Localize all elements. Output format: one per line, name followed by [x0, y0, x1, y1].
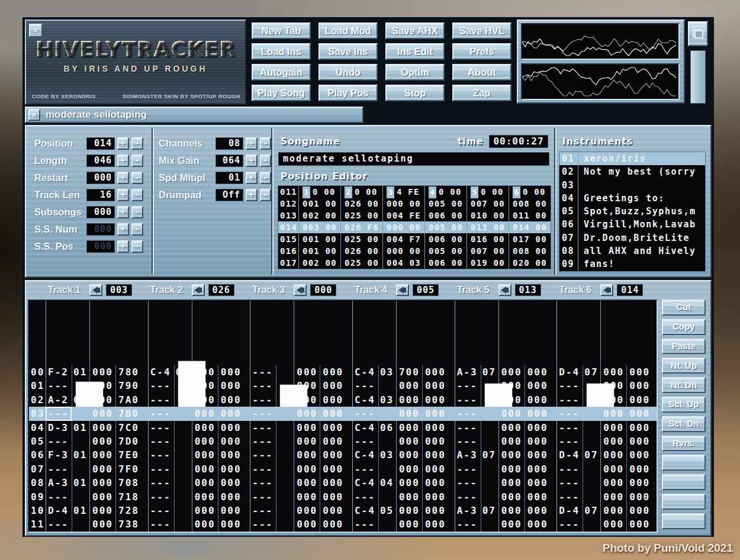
toolbar-button-play-song[interactable]: Play Song [252, 85, 311, 101]
note-cell[interactable]: --- [148, 517, 174, 531]
nt-dn-button[interactable]: Nt. Dn [662, 377, 706, 393]
instrument-cell[interactable] [583, 517, 600, 531]
fx1-cell[interactable]: 000 [396, 393, 422, 407]
position-cell-ch3[interactable]: 004 03 [382, 257, 424, 269]
copy-button[interactable]: Copy [662, 319, 706, 335]
fx2-cell[interactable]: 000 [218, 490, 244, 504]
position-cell-ch5[interactable]: 019 00 [466, 257, 509, 269]
position-increment-button[interactable]: + [117, 137, 129, 150]
note-cell[interactable]: --- [352, 462, 378, 476]
position-cell-ch1[interactable]: 001 00 [298, 245, 340, 257]
fx2-cell[interactable]: 780 [115, 365, 141, 379]
note-cell[interactable]: C-4 [148, 365, 174, 379]
fx2-cell[interactable]: 000 [218, 517, 244, 531]
mix-gain-value[interactable]: 064 [215, 155, 243, 167]
instrument-cell[interactable] [72, 490, 89, 504]
fx2-cell[interactable]: 000 [320, 490, 346, 504]
fx2-cell[interactable]: 000 [218, 407, 244, 420]
note-cell[interactable]: --- [250, 435, 276, 448]
fx1-cell[interactable]: 000 [89, 504, 115, 517]
position-cell-ch6[interactable]: 014 00 [509, 221, 551, 233]
fx1-cell[interactable]: 000 [294, 504, 320, 517]
track-6-number-display[interactable]: 014 [617, 284, 643, 296]
instrument-row-09[interactable]: 09fans! [559, 258, 705, 271]
position-cell-ch6[interactable]: 020 00 [509, 257, 551, 269]
instrument-cell[interactable] [481, 407, 498, 420]
fx2-cell[interactable]: 000 [525, 379, 551, 392]
fx1-cell[interactable]: 000 [192, 462, 218, 476]
pattern-row-09[interactable]: 09---000718---000000---000000---000000--… [29, 490, 657, 504]
instrument-cell[interactable]: 03 [378, 393, 396, 407]
rvrs-button[interactable]: Rvrs. [662, 436, 706, 452]
length-decrement-button[interactable]: - [131, 155, 143, 167]
instrument-cell[interactable] [276, 517, 294, 531]
fx1-cell[interactable]: 000 [294, 476, 320, 490]
note-cell[interactable]: --- [352, 490, 378, 504]
instrument-row-02[interactable]: 02Not my best (sorry [559, 165, 705, 178]
position-cell-ch1[interactable]: 001 00 [298, 198, 340, 210]
instrument-cell[interactable] [174, 448, 192, 462]
position-cell-ch2[interactable]: 026 F6 [340, 221, 382, 233]
instrument-cell[interactable]: 07 [583, 448, 600, 462]
note-cell[interactable]: --- [250, 462, 276, 476]
instrument-row-03[interactable]: 03 [559, 179, 705, 192]
pattern-row-01[interactable]: 01---000790---000000---000000---000000--… [29, 379, 657, 392]
instrument-cell[interactable] [174, 462, 192, 476]
note-cell[interactable]: --- [148, 448, 174, 462]
fx2-cell[interactable]: 000 [422, 435, 448, 448]
fx1-cell[interactable]: 000 [600, 407, 626, 420]
fx1-cell[interactable]: 000 [498, 476, 525, 490]
note-cell[interactable]: --- [148, 435, 174, 448]
fx2-cell[interactable]: 000 [626, 448, 652, 462]
fx1-cell[interactable]: 000 [89, 490, 115, 504]
instrument-cell[interactable] [72, 435, 89, 448]
instrument-cell[interactable] [378, 379, 396, 392]
track-2-mute-button[interactable] [192, 284, 205, 296]
note-cell[interactable]: --- [556, 462, 583, 476]
note-cell[interactable]: --- [46, 379, 72, 392]
note-cell[interactable]: --- [148, 407, 174, 420]
toolbar-button-load-mod[interactable]: Load Mod [318, 22, 378, 39]
blank-button[interactable] [662, 455, 706, 471]
fx2-cell[interactable]: 000 [626, 393, 652, 407]
track-6-mute-button[interactable] [600, 284, 613, 296]
note-cell[interactable]: C-4 [352, 448, 378, 462]
instrument-cell[interactable] [583, 462, 600, 476]
fx2-cell[interactable]: 000 [422, 365, 448, 379]
instrument-cell[interactable]: 01 [72, 504, 89, 517]
fx1-cell[interactable]: 000 [498, 504, 525, 517]
fx1-cell[interactable]: 000 [89, 517, 115, 531]
fx2-cell[interactable]: 000 [422, 476, 448, 490]
fx1-cell[interactable]: 000 [192, 421, 218, 435]
nt-up-button[interactable]: Nt. Up [662, 358, 706, 374]
note-cell[interactable]: A-3 [455, 365, 481, 379]
fx1-cell[interactable]: 000 [498, 435, 525, 448]
instrument-cell[interactable] [378, 407, 396, 420]
fx2-cell[interactable]: 000 [525, 421, 551, 435]
note-cell[interactable]: D-3 [46, 421, 72, 435]
fx2-cell[interactable]: 7B0 [115, 407, 141, 420]
fx2-cell[interactable]: 000 [320, 517, 346, 531]
note-cell[interactable]: --- [250, 421, 276, 435]
spd-mltipl-decrement-button[interactable]: - [260, 172, 271, 184]
s-s-pos-increment-button[interactable]: + [117, 240, 129, 253]
fx1-cell[interactable]: 000 [192, 448, 218, 462]
note-cell[interactable]: --- [556, 490, 583, 504]
instrument-cell[interactable] [583, 421, 600, 435]
channel-tab-5[interactable]: 5 [471, 186, 478, 198]
instrument-cell[interactable] [174, 476, 192, 490]
fx2-cell[interactable]: 7D0 [115, 435, 141, 448]
note-cell[interactable]: --- [250, 379, 276, 392]
instrument-cell[interactable]: 01 [72, 421, 89, 435]
channel-tab-4[interactable]: 4 [429, 186, 436, 198]
fx1-cell[interactable]: 000 [498, 462, 525, 476]
fx1-cell[interactable]: 000 [396, 504, 422, 517]
fx1-cell[interactable]: 000 [396, 379, 422, 392]
fx2-cell[interactable]: 000 [218, 462, 244, 476]
instrument-cell[interactable] [174, 517, 192, 531]
position-cell-ch2[interactable]: 025 00 [340, 210, 382, 221]
note-cell[interactable]: --- [556, 435, 583, 448]
position-cell-ch2[interactable]: 026 00 [340, 245, 382, 257]
position-cell-ch4[interactable]: 40 00 [424, 186, 466, 198]
fx2-cell[interactable]: 7A0 [115, 393, 141, 407]
